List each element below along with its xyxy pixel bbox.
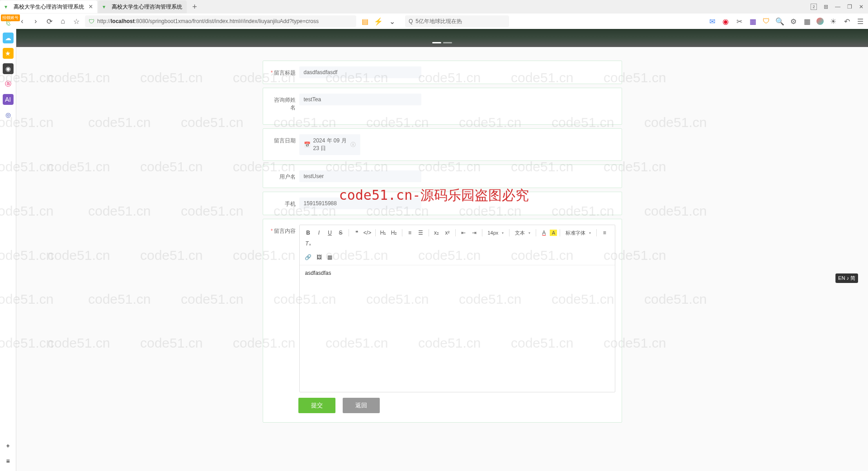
browser-tab-inactive[interactable]: ▾ 高校大学生心理咨询管理系统 [98, 0, 187, 13]
add-tab-button[interactable]: + [188, 2, 202, 12]
magnify-icon[interactable]: 🔍 [776, 17, 784, 25]
menu-icon[interactable]: ☰ [856, 17, 864, 25]
maximize-button[interactable]: ❐ [847, 4, 852, 10]
sun-icon[interactable]: ☀ [829, 17, 837, 25]
lightning-icon[interactable]: ⚡ [373, 16, 383, 26]
left-sidebar: ☁ ★ ◉ ⓐ AI ◎ + ≡ [0, 29, 16, 29]
tools-icon[interactable]: ⚙ [789, 17, 797, 25]
reader-icon[interactable]: ▤ [360, 16, 370, 26]
close-window-button[interactable]: ✕ [859, 4, 863, 10]
content-area: 留言标题 咨询师姓名 留言日期 📅 2024 年 09 月 23 日 ⓧ 用户名… [16, 29, 868, 29]
tab-count-badge[interactable]: 2 [811, 4, 817, 10]
search-box[interactable]: Q 5亿年地球比现在热 [405, 15, 509, 27]
home-button[interactable]: ⌂ [58, 16, 68, 26]
shield-ext-icon[interactable]: 🛡 [762, 17, 770, 25]
circle-icon[interactable] [816, 18, 824, 25]
minimize-button[interactable]: — [835, 4, 840, 10]
grid-icon[interactable]: ▦ [749, 17, 757, 25]
tab-favicon-icon: ▾ [5, 4, 11, 10]
window-controls: 2 ⊞ — ❐ ✕ [811, 4, 868, 10]
nav-right-icons: ✉ ◉ ✂ ▦ 🛡 🔍 ⚙ ▦ ☀ ↶ ☰ [708, 17, 864, 25]
shield-icon: 🛡 [89, 18, 94, 25]
scissors-icon[interactable]: ✂ [735, 17, 743, 25]
dropdown-icon[interactable]: ⌄ [387, 16, 397, 26]
search-icon: Q [409, 18, 413, 24]
tab-favicon-icon: ▾ [103, 4, 109, 10]
favorite-button[interactable]: ☆ [71, 16, 81, 26]
orange-badge[interactable]: 招领账号 [1, 14, 20, 21]
workspace-icon[interactable]: ⊞ [824, 4, 828, 10]
undo-icon[interactable]: ↶ [843, 17, 851, 25]
search-placeholder: 5亿年地球比现在热 [415, 18, 462, 25]
mail-icon[interactable]: ✉ [708, 17, 716, 25]
banner-image [16, 29, 868, 29]
close-icon[interactable]: × [89, 3, 93, 11]
url-bar[interactable]: 🛡 http://localhost:8080/springboot1xmao/… [85, 15, 356, 27]
forward-button[interactable]: › [31, 16, 41, 26]
url-text: http://localhost:8080/springboot1xmao/fr… [97, 18, 319, 24]
tab-title: 高校大学生心理咨询管理系统 [14, 3, 84, 11]
tab-title: 高校大学生心理咨询管理系统 [112, 3, 182, 11]
browser-tab-active[interactable]: ▾ 高校大学生心理咨询管理系统 × [0, 0, 97, 13]
browser-chrome: ▾ 高校大学生心理咨询管理系统 × ▾ 高校大学生心理咨询管理系统 + 2 ⊞ … [0, 0, 868, 29]
tab-bar: ▾ 高校大学生心理咨询管理系统 × ▾ 高校大学生心理咨询管理系统 + 2 ⊞ … [0, 0, 868, 14]
apps-icon[interactable]: ▦ [803, 17, 811, 25]
nav-bar: ၉ ‹ › ⟳ ⌂ ☆ 🛡 http://localhost:8080/spri… [0, 14, 868, 29]
weibo-icon[interactable]: ◉ [722, 17, 730, 25]
reload-button[interactable]: ⟳ [44, 16, 54, 26]
